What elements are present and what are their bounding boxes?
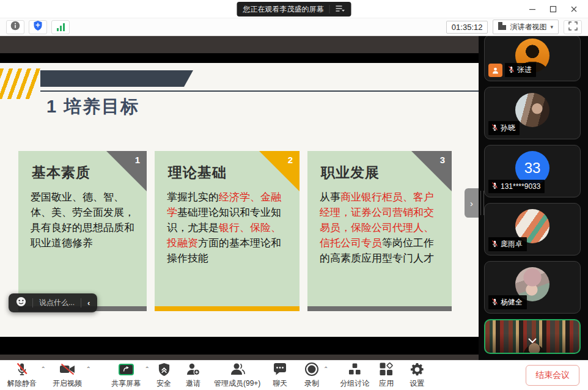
meeting-window: 您正在观看李茂盛的屏幕 01:35:12 演讲者视图 ▾ xyxy=(0,0,588,390)
record-button[interactable]: 录制 ⌃ xyxy=(304,362,319,389)
breakout-rooms-button[interactable]: 分组讨论 xyxy=(340,362,369,389)
chevron-up-icon[interactable]: ⌃ xyxy=(323,366,328,372)
participant-name: 杨健全 xyxy=(501,297,523,307)
participant-tile-sunxiao[interactable]: 孙晓 xyxy=(484,87,581,139)
participant-name-badge: 张进 xyxy=(505,63,536,77)
tool-label: 安全 xyxy=(156,378,171,389)
banner-menu-icon[interactable] xyxy=(336,5,345,14)
share-screen-icon xyxy=(119,362,134,377)
card-career-development: 3 职业发展 从事商业银行柜员、客户经理，证券公司营销和交易员，保险公司代理人、… xyxy=(307,151,452,311)
mic-muted-icon xyxy=(507,65,515,75)
chevron-right-icon: › xyxy=(470,198,473,208)
slide-cards: 1 基本素质 爱国敬业、德、智、体、美、劳全面发展，具有良好的思想品质和职业道德… xyxy=(18,151,452,311)
card-number: 2 xyxy=(288,155,293,165)
avatar xyxy=(515,93,549,127)
toolbar-right-group: 01:35:12 演讲者视图 ▾ xyxy=(446,20,582,34)
mic-muted-icon xyxy=(15,362,29,377)
tool-label: 管理成员(99+) xyxy=(214,378,260,389)
emoji-button[interactable] xyxy=(10,293,32,312)
tool-label: 分组讨论 xyxy=(340,378,369,389)
chevron-down-icon: ▾ xyxy=(550,24,553,30)
view-mode-button[interactable]: 演讲者视图 ▾ xyxy=(493,20,559,34)
participant-name: 庞雨卓 xyxy=(501,239,523,249)
security-status-button[interactable] xyxy=(29,20,47,34)
letterbox-bottom xyxy=(0,337,479,355)
sidebar-collapse-handle[interactable]: › xyxy=(465,188,479,218)
view-mode-label: 演讲者视图 xyxy=(510,22,546,32)
manage-members-button[interactable]: 管理成员(99+) xyxy=(214,362,260,389)
invite-button[interactable]: 邀请 xyxy=(186,362,200,389)
shield-icon xyxy=(158,362,171,377)
participant-tile-active-video[interactable] xyxy=(484,319,581,354)
network-status-button[interactable] xyxy=(51,20,70,34)
participant-name-badge: 孙晓 xyxy=(488,121,520,135)
participant-name-badge: 杨健全 xyxy=(488,295,527,309)
card-basic-quality: 1 基本素质 爱国敬业、德、智、体、美、劳全面发展，具有良好的思想品质和职业道德… xyxy=(18,151,147,311)
shared-screen-area: 1 培养目标 1 基本素质 爱国敬业、德、智、体、美、劳全面发展，具有良好的思想… xyxy=(0,36,479,360)
security-button[interactable]: 安全 xyxy=(156,362,171,389)
meeting-toolbar: 01:35:12 演讲者视图 ▾ xyxy=(0,18,588,36)
maximize-button[interactable] xyxy=(545,2,561,17)
invite-icon xyxy=(186,362,200,377)
card-number: 1 xyxy=(135,155,140,165)
chat-icon xyxy=(273,362,287,377)
signal-icon xyxy=(57,23,65,31)
divider xyxy=(329,5,330,13)
members-icon xyxy=(229,362,245,377)
settings-icon xyxy=(410,362,424,377)
slide-decor-banner xyxy=(40,70,193,87)
tool-label: 邀请 xyxy=(186,378,200,389)
tool-label: 聊天 xyxy=(273,378,287,389)
settings-button[interactable]: 设置 xyxy=(410,362,424,389)
slide-decor-rule xyxy=(40,90,479,92)
participant-name: 孙晓 xyxy=(501,123,515,133)
share-screen-button[interactable]: 共享屏幕 ⌃ xyxy=(111,362,141,389)
participant-tile-pangyuzhuo[interactable]: 庞雨卓 xyxy=(484,203,581,256)
unmute-button[interactable]: 解除静音 ⌃ xyxy=(7,362,37,389)
chevron-up-icon[interactable]: ⌃ xyxy=(86,366,91,372)
end-meeting-button[interactable]: 结束会议 xyxy=(526,365,579,386)
tool-label: 开启视频 xyxy=(53,378,82,389)
card-body: 爱国敬业、德、智、体、美、劳全面发展，具有良好的思想品质和职业道德修养 xyxy=(31,190,137,251)
mic-muted-icon xyxy=(491,123,499,133)
apps-button[interactable]: 应用 xyxy=(379,362,394,389)
title-bar: 您正在观看李茂盛的屏幕 xyxy=(0,0,588,18)
window-controls xyxy=(524,0,582,18)
card-bottom-strip xyxy=(155,306,300,311)
screen-share-banner-text: 您正在观看李茂盛的屏幕 xyxy=(243,4,324,15)
participant-tile-yangjianquan[interactable]: 杨健全 xyxy=(484,261,581,314)
chevron-up-icon[interactable]: ⌃ xyxy=(145,366,150,372)
start-video-button[interactable]: 开启视频 ⌃ xyxy=(53,362,82,389)
tool-label: 设置 xyxy=(410,378,424,389)
shield-check-icon xyxy=(34,21,42,33)
smiley-icon xyxy=(16,296,26,309)
card-number: 3 xyxy=(440,155,445,165)
host-badge xyxy=(488,64,502,77)
mic-muted-icon xyxy=(491,298,499,307)
meeting-info-button[interactable] xyxy=(6,20,24,34)
close-button[interactable] xyxy=(566,2,582,17)
participant-tile-zhangjin[interactable]: 张进 xyxy=(484,36,581,81)
mic-muted-icon xyxy=(491,182,499,191)
quick-chat-pill: 说点什么... ‹ xyxy=(9,293,97,312)
minimize-button[interactable] xyxy=(524,2,540,17)
meeting-timer: 01:35:12 xyxy=(446,21,488,34)
camera-off-icon xyxy=(59,362,76,377)
participant-tile-phone[interactable]: 33 131****9033 xyxy=(484,145,581,197)
presentation-chrome-bar-bottom xyxy=(0,355,479,360)
participant-name: 张进 xyxy=(517,65,532,75)
collapse-chat-button[interactable]: ‹ xyxy=(81,293,96,312)
slide-title: 1 培养目标 xyxy=(46,95,139,119)
chat-input[interactable]: 说点什么... xyxy=(33,293,81,312)
breakout-icon xyxy=(348,362,361,377)
participants-sidebar: 张进 孙晓 33 131****9033 庞雨卓 xyxy=(479,36,588,360)
screen-share-banner[interactable]: 您正在观看李茂盛的屏幕 xyxy=(237,2,351,17)
chevron-down-icon[interactable] xyxy=(527,335,537,346)
chat-button[interactable]: 聊天 xyxy=(273,362,287,389)
chevron-up-icon[interactable]: ⌃ xyxy=(41,366,46,372)
tool-label: 解除静音 xyxy=(7,378,37,389)
fullscreen-button[interactable] xyxy=(564,20,582,34)
slide-decor-stripes xyxy=(0,68,41,99)
sidebar-resize-grip[interactable] xyxy=(480,191,484,215)
presentation-slide: 1 培养目标 1 基本素质 爱国敬业、德、智、体、美、劳全面发展，具有良好的思想… xyxy=(0,63,479,337)
